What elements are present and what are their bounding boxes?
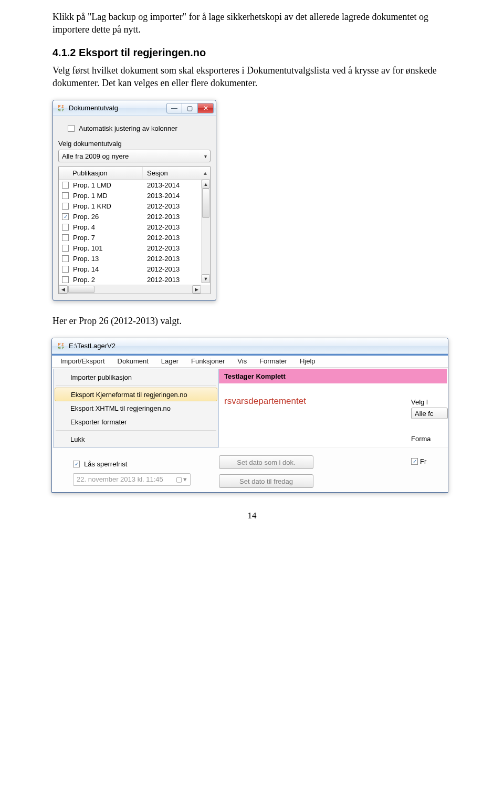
minimize-button[interactable]: —	[166, 103, 182, 113]
scroll-thumb[interactable]	[202, 189, 209, 218]
section-heading: 4.1.2 Eksport til regjeringen.no	[52, 47, 452, 59]
fr-checkbox[interactable]: ✓	[411, 458, 418, 465]
date-picker[interactable]: 22. november 2013 kl. 11:45 ▢▾	[73, 473, 191, 486]
vertical-scrollbar[interactable]: ▲ ▼	[201, 180, 210, 283]
horizontal-scrollbar[interactable]: ◀ ▶	[59, 285, 201, 294]
menu-formater[interactable]: Formater	[253, 355, 293, 367]
hscroll-thumb[interactable]	[68, 286, 94, 293]
scroll-up-icon[interactable]: ▲	[202, 180, 210, 189]
table-row[interactable]: Prop. 1 MD2013-2014	[59, 190, 210, 201]
dd-eksport-xhtml[interactable]: Eksport XHTML til regjeringen.no	[55, 401, 217, 415]
row-sesjon: 2012-2013	[143, 202, 210, 210]
window-title: Dokumentutvalg	[69, 104, 166, 112]
col-publikasjon[interactable]: Publikasjon	[59, 167, 143, 179]
table-row[interactable]: Prop. 72012-2013	[59, 232, 210, 243]
row-checkbox[interactable]	[62, 266, 69, 273]
side-alle-combo[interactable]: Alle fc	[411, 408, 448, 419]
laas-sperrefrist-label: Lås sperrefrist	[84, 460, 127, 468]
intro-paragraph: Klikk på "Lag backup og importer" for å …	[52, 11, 452, 36]
laas-sperrefrist-checkbox[interactable]: ✓	[73, 461, 80, 467]
row-checkbox[interactable]: ✓	[62, 213, 69, 220]
menu-hjelp[interactable]: Hjelp	[293, 355, 322, 367]
row-sesjon: 2012-2013	[143, 255, 210, 263]
row-publikasjon: Prop. 1 MD	[73, 192, 108, 200]
row-checkbox[interactable]	[62, 192, 69, 199]
row-publikasjon: Prop. 26	[73, 213, 99, 221]
row-checkbox[interactable]	[62, 234, 69, 241]
set-dato-til-fredag-button[interactable]: Set dato til fredag	[219, 474, 313, 488]
date-value: 22. november 2013 kl. 11:45	[77, 475, 163, 483]
row-publikasjon: Prop. 7	[73, 234, 95, 242]
titlebar[interactable]: P 2M P Dokumentutvalg — ▢ ✕	[53, 100, 216, 116]
row-checkbox[interactable]	[62, 276, 69, 283]
menu-funksjoner[interactable]: Funksjoner	[185, 355, 231, 367]
row-publikasjon: Prop. 1 LMD	[73, 181, 111, 189]
row-publikasjon: Prop. 13	[73, 255, 99, 263]
table-row[interactable]: Prop. 1012012-2013	[59, 243, 210, 253]
side-velg: Velg l	[411, 398, 448, 406]
separator	[56, 430, 216, 431]
dokumentutvalg-combo[interactable]: Alle fra 2009 og nyere ▾	[58, 150, 211, 162]
separator	[56, 386, 216, 386]
row-sesjon: 2012-2013	[143, 234, 210, 242]
dd-importer-publikasjon[interactable]: Importer publikasjon	[55, 370, 217, 384]
menu-dokument[interactable]: Dokument	[111, 355, 155, 367]
menu-vis[interactable]: Vis	[231, 355, 253, 367]
page-number: 14	[52, 511, 452, 521]
row-checkbox[interactable]	[62, 182, 69, 189]
row-checkbox[interactable]	[62, 203, 69, 210]
row-publikasjon: Prop. 14	[73, 265, 99, 273]
row-sesjon: 2012-2013	[143, 265, 210, 273]
table-row[interactable]: Prop. 42012-2013	[59, 222, 210, 232]
dd-lukk[interactable]: Lukk	[55, 432, 217, 446]
row-sesjon: 2012-2013	[143, 244, 210, 252]
dd-eksporter-formater[interactable]: Eksporter formater	[55, 415, 217, 429]
app-icon: P 2M P	[56, 103, 66, 113]
row-publikasjon: Prop. 1 KRD	[73, 202, 111, 210]
chevron-down-icon[interactable]: ▾	[183, 475, 187, 483]
sort-asc-icon[interactable]: ▲	[201, 167, 210, 179]
scroll-down-icon[interactable]: ▼	[202, 274, 210, 283]
autojustering-checkbox[interactable]	[68, 125, 75, 132]
maximize-button[interactable]: ▢	[182, 103, 198, 113]
row-sesjon: 2012-2013	[143, 223, 210, 231]
scroll-corner	[201, 285, 210, 294]
row-sesjon: 2013-2014	[143, 192, 210, 200]
app-titlebar[interactable]: P 2M P E:\TestLagerV2	[52, 338, 448, 354]
row-checkbox[interactable]	[62, 224, 69, 231]
set-dato-som-i-dok-button[interactable]: Set dato som i dok.	[219, 455, 313, 469]
menu-lager[interactable]: Lager	[155, 355, 185, 367]
table-row[interactable]: Prop. 142012-2013	[59, 264, 210, 274]
row-publikasjon: Prop. 101	[73, 244, 102, 252]
fr-label: Fr	[420, 457, 426, 465]
row-sesjon: 2012-2013	[143, 276, 210, 284]
row-publikasjon: Prop. 2	[73, 276, 95, 284]
velg-dokumentutvalg-label: Velg dokumentutvalg	[58, 140, 211, 148]
row-sesjon: 2012-2013	[143, 213, 210, 221]
main-app-window: P 2M P E:\TestLagerV2 Import/Eksport Dok…	[51, 338, 448, 493]
paragraph-2: Velg først hvilket dokument som skal eks…	[52, 64, 452, 90]
menu-import-eksport[interactable]: Import/Eksport	[54, 355, 111, 367]
scroll-right-icon[interactable]: ▶	[192, 285, 201, 294]
combo-value: Alle fra 2009 og nyere	[62, 152, 129, 160]
row-checkbox[interactable]	[62, 245, 69, 252]
close-button[interactable]: ✕	[198, 103, 214, 113]
scroll-left-icon[interactable]: ◀	[59, 285, 68, 294]
autojustering-label: Automatisk justering av kolonner	[79, 124, 177, 132]
app-path: E:\TestLagerV2	[69, 342, 116, 350]
table-row[interactable]: Prop. 1 LMD2013-2014	[59, 180, 210, 190]
dd-eksport-kjerneformat[interactable]: Eksport Kjerneformat til regjeringen.no	[55, 388, 217, 401]
dokument-list: Publikasjon Sesjon ▲ Prop. 1 LMD2013-201…	[58, 166, 211, 294]
menubar: Import/Eksport Dokument Lager Funksjoner…	[52, 354, 448, 368]
chevron-down-icon: ▾	[204, 153, 207, 159]
date-toggle[interactable]: ▢	[176, 475, 182, 483]
row-checkbox[interactable]	[62, 255, 69, 262]
side-forma: Forma	[411, 435, 448, 443]
table-row[interactable]: Prop. 22012-2013	[59, 274, 210, 285]
col-sesjon[interactable]: Sesjon	[143, 167, 201, 179]
table-row[interactable]: ✓Prop. 262012-2013	[59, 211, 210, 222]
table-row[interactable]: Prop. 132012-2013	[59, 253, 210, 264]
table-row[interactable]: Prop. 1 KRD2012-2013	[59, 201, 210, 211]
app-icon: P 2M P	[56, 341, 66, 351]
dokumentutvalg-window: P 2M P Dokumentutvalg — ▢ ✕ Automatisk j…	[52, 100, 216, 301]
